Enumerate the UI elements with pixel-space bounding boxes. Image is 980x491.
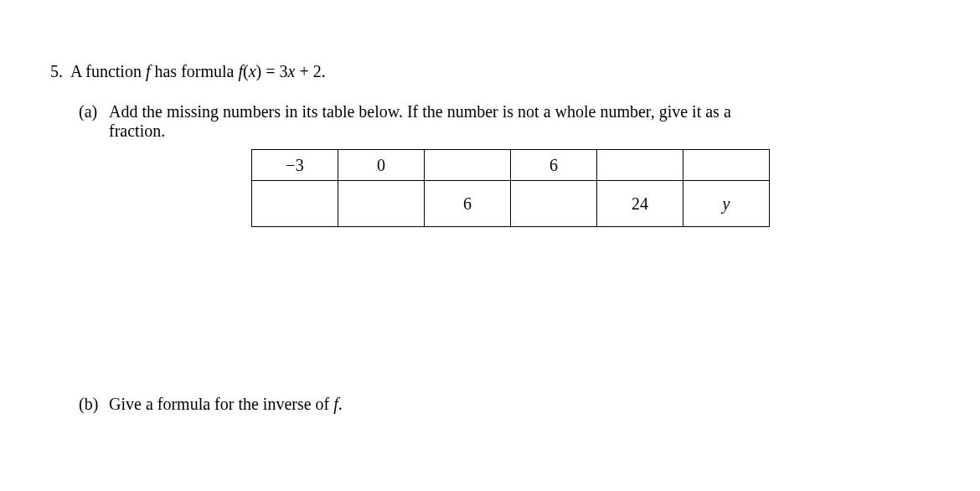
intro-text-mid: has formula <box>150 62 238 80</box>
table-cell[interactable] <box>425 150 511 181</box>
cell-value: 0 <box>377 156 385 174</box>
table-cell[interactable] <box>597 150 683 181</box>
intro-text-prefix: A function <box>70 62 146 80</box>
part-a: (a) Add the missing numbers in its table… <box>79 102 930 395</box>
cell-value: 6 <box>463 194 472 213</box>
table-row: 6 24 y <box>252 181 770 227</box>
subproblems: (a) Add the missing numbers in its table… <box>50 102 930 414</box>
page: 5. A function f has formula f(x) = 3x + … <box>0 0 980 491</box>
formula-paren-close-eq: ) = 3 <box>256 62 288 80</box>
part-b-text-prefix: Give a formula for the inverse of <box>109 395 333 413</box>
function-table-wrap: −3 0 6 6 24 y <box>251 149 930 227</box>
cell-value: 24 <box>632 194 648 213</box>
table-cell[interactable]: 24 <box>597 181 683 227</box>
part-a-label: (a) <box>79 102 109 121</box>
part-b-text-suffix: . <box>338 395 343 413</box>
table-cell[interactable]: 6 <box>425 181 511 227</box>
table-cell[interactable]: −3 <box>252 150 338 181</box>
table-cell[interactable] <box>252 181 338 227</box>
formula-paren-open: ( <box>243 62 249 80</box>
function-table: −3 0 6 6 24 y <box>251 149 770 227</box>
problem-intro: 5. A function f has formula f(x) = 3x + … <box>50 59 930 84</box>
cell-value: 6 <box>549 156 558 174</box>
formula-x: x <box>249 62 256 80</box>
part-b-label: (b) <box>79 395 109 414</box>
formula-tail: + 2. <box>295 62 325 80</box>
part-a-body: Add the missing numbers in its table bel… <box>109 102 930 395</box>
problem-number: 5. <box>50 62 63 80</box>
part-a-line1: Add the missing numbers in its table bel… <box>109 102 930 121</box>
part-b: (b) Give a formula for the inverse of f. <box>79 395 930 414</box>
cell-value: −3 <box>286 156 303 174</box>
vertical-gap <box>109 227 930 395</box>
table-row: −3 0 6 <box>252 150 770 181</box>
cell-value: y <box>723 194 730 213</box>
table-cell[interactable] <box>338 181 425 227</box>
part-a-line2: fraction. <box>109 121 930 141</box>
part-b-body: Give a formula for the inverse of f. <box>109 395 930 414</box>
table-cell[interactable] <box>511 181 597 227</box>
table-cell[interactable] <box>683 150 770 181</box>
table-cell[interactable]: 0 <box>338 150 425 181</box>
table-cell[interactable]: 6 <box>511 150 597 181</box>
table-cell[interactable]: y <box>683 181 770 227</box>
